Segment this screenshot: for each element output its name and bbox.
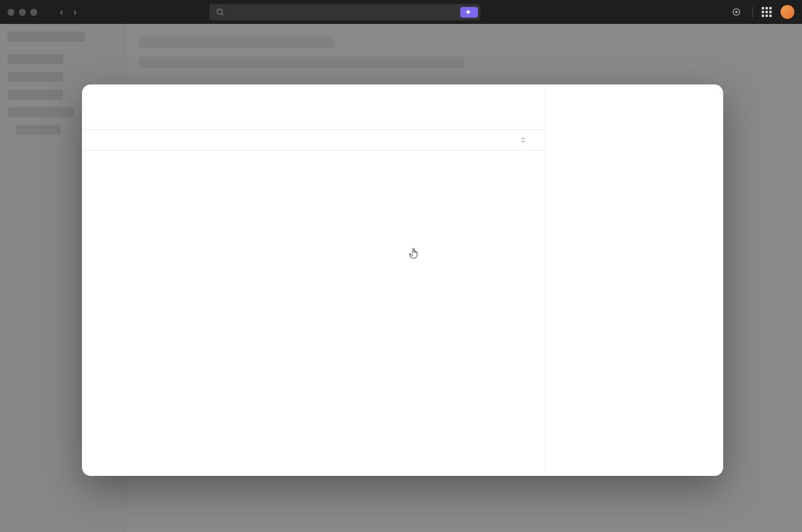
command-search-input[interactable] — [96, 97, 531, 114]
plus-circle-icon — [732, 8, 741, 16]
sort-icon — [520, 136, 527, 144]
ai-chip[interactable]: ✦ — [460, 7, 478, 18]
app-topbar: ‹ › ✦ — [0, 0, 802, 24]
global-search[interactable]: ✦ — [209, 4, 480, 20]
window-traffic-lights[interactable] — [8, 9, 37, 16]
apps-grid-icon[interactable] — [762, 7, 772, 17]
svg-line-1 — [222, 14, 224, 16]
search-icon — [216, 8, 224, 16]
svg-point-0 — [217, 9, 222, 14]
forward-button[interactable]: › — [69, 5, 80, 19]
new-button[interactable] — [732, 8, 743, 16]
back-button[interactable]: ‹ — [56, 5, 67, 19]
user-avatar[interactable] — [781, 5, 794, 19]
search-results — [82, 151, 545, 476]
command-palette-modal — [82, 84, 723, 476]
sort-selector[interactable] — [520, 136, 531, 144]
search-tabs — [82, 122, 545, 129]
